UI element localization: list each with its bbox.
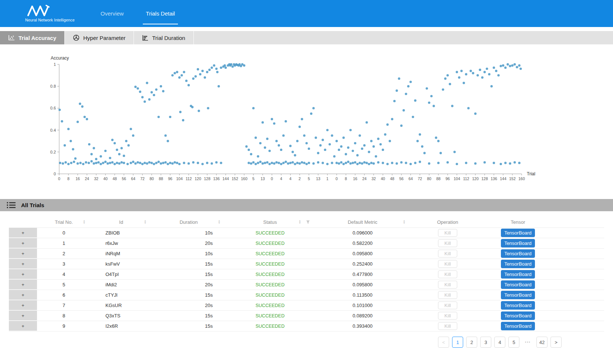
column-label: Duration: [179, 219, 198, 225]
svg-text:104: 104: [176, 176, 183, 181]
expand-row-button[interactable]: +: [9, 238, 37, 248]
default-metric-cell: 0.101000: [314, 300, 411, 310]
page-button-1[interactable]: 1: [452, 337, 463, 348]
table-row: +0ZBIOB10sSUCCEEDED0.096000KillTensorBoa…: [9, 228, 604, 238]
table-body: +0ZBIOB10sSUCCEEDED0.096000KillTensorBoa…: [9, 228, 604, 331]
duration-cell: 10s: [152, 228, 226, 238]
expand-row-button[interactable]: +: [9, 321, 37, 331]
duration-cell: 15s: [152, 311, 226, 321]
expand-row-button[interactable]: +: [9, 228, 37, 238]
kill-button[interactable]: Kill: [438, 291, 457, 299]
kill-button[interactable]: Kill: [438, 250, 457, 257]
duration-cell: 15s: [152, 269, 226, 279]
svg-text:5: 5: [308, 176, 310, 181]
tab-label: Hyper Parameter: [83, 35, 125, 41]
svg-text:120: 120: [472, 176, 479, 181]
next-page-button[interactable]: >: [550, 337, 562, 348]
nav-item-overview[interactable]: Overview: [90, 0, 135, 27]
svg-text:96: 96: [168, 176, 172, 181]
trial-no-cell: 3: [37, 259, 91, 269]
expand-row-button[interactable]: +: [9, 280, 37, 290]
tensorboard-button[interactable]: TensorBoard: [501, 249, 535, 258]
nav-item-trials-detail[interactable]: Trials Detail: [135, 0, 186, 27]
trial-id-cell: cTYJl: [91, 290, 152, 300]
sort-icon[interactable]: ▲▼: [403, 220, 405, 224]
sort-icon[interactable]: ▲▼: [83, 220, 85, 224]
expand-row-button[interactable]: +: [9, 249, 37, 259]
page-button-2[interactable]: 2: [466, 337, 477, 348]
tensorboard-button[interactable]: TensorBoard: [501, 229, 535, 237]
svg-text:88: 88: [436, 176, 441, 181]
kill-button[interactable]: Kill: [438, 281, 457, 289]
page-button-5[interactable]: 5: [508, 337, 519, 348]
trial-no-cell: 8: [37, 311, 91, 321]
page-button-42[interactable]: 42: [536, 337, 548, 348]
kill-button[interactable]: Kill: [438, 239, 457, 247]
default-metric-cell: 0.095800: [314, 249, 411, 259]
tensorboard-button[interactable]: TensorBoard: [501, 260, 535, 268]
duration-cell: 15s: [152, 290, 226, 300]
expand-row-button[interactable]: +: [9, 290, 37, 300]
sort-icon[interactable]: ▲▼: [218, 220, 220, 224]
tensorboard-button[interactable]: TensorBoard: [501, 311, 535, 320]
status-cell: SUCCEEDED: [226, 280, 314, 290]
svg-text:4: 4: [289, 176, 292, 181]
column-label: Default Metric: [348, 219, 377, 225]
svg-text:0.4: 0.4: [50, 128, 56, 132]
svg-text:64: 64: [131, 176, 135, 181]
table-row: +7KGsUR20sSUCCEEDED0.101000KillTensorBoa…: [9, 300, 604, 311]
kill-button[interactable]: Kill: [438, 260, 457, 268]
default-metric-cell: 0.095800: [314, 280, 411, 290]
status-cell: SUCCEEDED: [226, 300, 314, 310]
nni-logo: Neural Network Intelligence: [25, 0, 75, 27]
trial-id-cell: ksFwV: [91, 259, 152, 269]
trial-no-cell: 4: [37, 269, 91, 279]
expand-row-button[interactable]: +: [9, 259, 37, 269]
tensorboard-button[interactable]: TensorBoard: [501, 270, 535, 279]
default-metric-cell: 0.089200: [314, 311, 411, 321]
tab-trial-accuracy[interactable]: Trial Accuracy: [0, 31, 65, 44]
trial-id-cell: iMdi2: [91, 280, 152, 290]
column-header-operation: Operation: [411, 216, 485, 228]
column-header-id: Id ▲▼: [91, 216, 152, 228]
kill-button[interactable]: Kill: [438, 322, 457, 330]
table-row: +4O4TpI15sSUCCEEDED0.477800KillTensorBoa…: [9, 269, 604, 280]
prev-page-button[interactable]: <: [438, 337, 449, 348]
chart-tabstrip: Trial Accuracy Hyper Parameter Trial Dur…: [0, 31, 613, 44]
tab-trial-duration[interactable]: Trial Duration: [134, 31, 193, 44]
tensorboard-button[interactable]: TensorBoard: [501, 280, 535, 289]
tensorboard-button[interactable]: TensorBoard: [501, 301, 535, 310]
expand-row-button[interactable]: +: [9, 311, 37, 321]
sort-icon[interactable]: ▲▼: [144, 220, 146, 224]
kill-button[interactable]: Kill: [438, 301, 457, 309]
kill-button[interactable]: Kill: [438, 229, 457, 237]
nav-tabs: Overview Trials Detail: [90, 0, 186, 27]
svg-text:152: 152: [232, 176, 238, 181]
duration-cell: 20s: [152, 238, 226, 248]
filter-icon[interactable]: [306, 220, 310, 224]
kill-button[interactable]: Kill: [438, 270, 457, 278]
svg-text:40: 40: [381, 176, 385, 181]
kill-button[interactable]: Kill: [438, 312, 457, 320]
sort-icon[interactable]: ▲▼: [299, 220, 301, 224]
page-button-3[interactable]: 3: [480, 337, 491, 348]
table-row: +3ksFwV15sSUCCEEDED0.252400KillTensorBoa…: [9, 259, 604, 269]
expand-row-button[interactable]: +: [9, 300, 37, 310]
tab-label: Trial Accuracy: [18, 35, 56, 41]
svg-text:16: 16: [353, 176, 357, 181]
tensorboard-button[interactable]: TensorBoard: [501, 322, 535, 330]
svg-text:13: 13: [260, 176, 265, 181]
page-button-4[interactable]: 4: [494, 337, 505, 348]
tensorboard-button[interactable]: TensorBoard: [501, 291, 535, 299]
table-row: +5iMdi220sSUCCEEDED0.095800KillTensorBoa…: [9, 280, 604, 290]
svg-text:88: 88: [159, 176, 163, 181]
accuracy-scatter-chart[interactable]: 00.20.40.60.8108162432404856647280889610…: [43, 59, 560, 187]
expand-row-button[interactable]: +: [9, 269, 37, 279]
trial-no-cell: 9: [37, 321, 91, 331]
tensorboard-button[interactable]: TensorBoard: [501, 239, 535, 247]
tab-hyper-parameter[interactable]: Hyper Parameter: [65, 31, 134, 44]
column-label: Status: [263, 219, 277, 225]
trial-id-cell: ZBIOB: [91, 228, 152, 238]
svg-text:160: 160: [518, 176, 525, 181]
pagination-ellipsis: •••: [522, 337, 533, 348]
